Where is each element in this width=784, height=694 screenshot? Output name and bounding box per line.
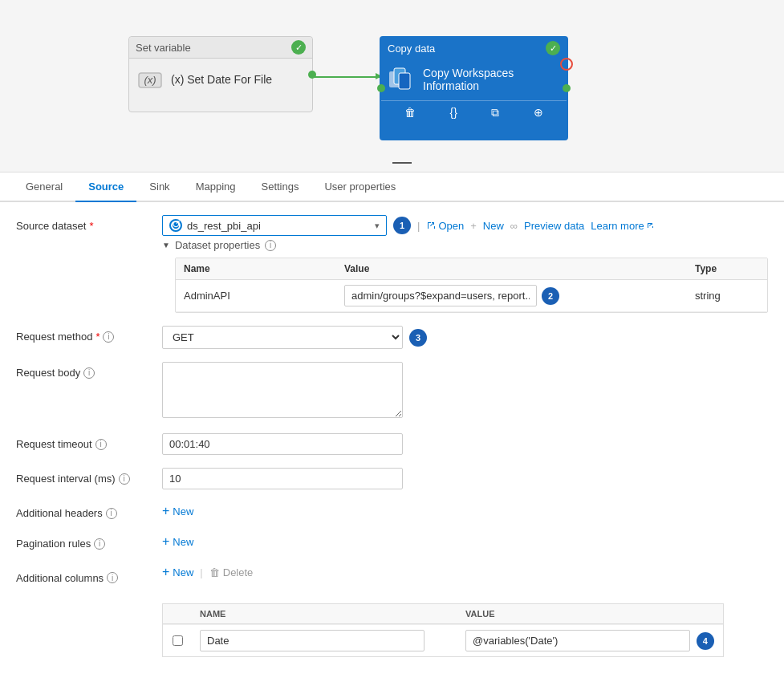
external-link-icon <box>646 221 654 229</box>
tab-sink[interactable]: Sink <box>136 172 182 202</box>
info-icon-additional-columns[interactable]: i <box>107 572 118 583</box>
tab-settings[interactable]: Settings <box>249 172 312 202</box>
red-circle-indicator <box>560 58 573 71</box>
additional-columns-row: Additional columns i + New | 🗑 Delete <box>16 563 768 657</box>
copy-icon[interactable]: ⧉ <box>491 106 499 120</box>
info-icon-request-timeout[interactable]: i <box>95 439 107 450</box>
tab-user-properties[interactable]: User properties <box>311 172 408 202</box>
additional-headers-label: Additional headers i <box>16 502 152 519</box>
props-col-type: Type <box>687 258 767 279</box>
open-icon <box>426 221 436 230</box>
node-set-variable-header: Set variable ✓ <box>129 37 312 59</box>
new-link[interactable]: New <box>483 220 504 232</box>
tab-source[interactable]: Source <box>75 172 136 202</box>
required-marker: * <box>89 220 93 232</box>
plus-icon-columns: + <box>162 565 169 579</box>
canvas-divider <box>392 162 412 164</box>
request-method-label: Request method * i <box>16 326 152 343</box>
props-col-value: Value <box>336 258 687 279</box>
source-dataset-label: Source dataset * <box>16 215 152 232</box>
info-icon-pagination[interactable]: i <box>94 538 105 550</box>
code-icon[interactable]: {} <box>450 106 457 120</box>
plus-icon-pagination: + <box>162 534 169 549</box>
additional-columns-table: NAME VALUE 4 <box>162 603 724 657</box>
info-icon-request-method[interactable]: i <box>103 331 114 343</box>
info-icon-request-body[interactable]: i <box>83 367 95 379</box>
request-interval-input[interactable] <box>162 468 403 489</box>
open-link[interactable]: Open <box>426 220 464 232</box>
request-method-control: GET POST PUT DELETE PATCH 3 <box>162 326 768 349</box>
props-cell-type-1: string <box>687 285 767 306</box>
source-dataset-control: ↺ ds_rest_pbi_api ▾ 1 | Open + New ∞ <box>162 215 768 313</box>
request-method-select[interactable]: GET POST PUT DELETE PATCH <box>162 326 403 349</box>
left-connector-copy <box>377 84 385 92</box>
request-interval-label: Request interval (ms) i <box>16 468 152 485</box>
learn-more-link[interactable]: Learn more <box>591 220 653 232</box>
node-copy-footer[interactable]: 🗑 {} ⧉ ⊕ <box>381 100 567 124</box>
check-badge-copy: ✓ <box>546 41 560 55</box>
trash-icon-columns: 🗑 <box>209 566 220 578</box>
props-thead: Name Value Type <box>176 258 767 280</box>
request-timeout-label: Request timeout i <box>16 433 152 450</box>
svg-text:(x): (x) <box>144 74 156 86</box>
props-value-input-1[interactable] <box>344 285 537 306</box>
props-cell-value-1: 2 <box>336 280 687 311</box>
request-body-textarea[interactable] <box>162 362 403 418</box>
node-copy-body: Copy Workspaces Information <box>381 59 567 100</box>
info-icon-request-interval[interactable]: i <box>119 473 130 485</box>
step-badge-1: 1 <box>393 217 411 234</box>
request-interval-control <box>162 468 768 489</box>
request-timeout-input[interactable] <box>162 433 403 455</box>
tab-mapping[interactable]: Mapping <box>183 172 249 202</box>
request-body-label: Request body i <box>16 362 152 379</box>
pipeline-canvas: Set variable ✓ (x) (x) Set Date For File… <box>0 0 784 172</box>
set-variable-icon: (x) <box>136 65 165 94</box>
props-row-1: AdminAPI 2 string <box>176 280 767 312</box>
step-badge-3: 3 <box>409 329 427 347</box>
col-checkbox-1[interactable] <box>173 635 183 646</box>
props-col-name: Name <box>176 258 336 279</box>
request-timeout-control <box>162 433 768 455</box>
node-set-variable-label: Set variable <box>136 42 191 54</box>
dataset-select[interactable]: ↺ ds_rest_pbi_api ▾ <box>162 215 387 236</box>
pagination-rules-row: Pagination rules i + New <box>16 533 768 550</box>
delete-column-button[interactable]: 🗑 Delete <box>209 566 254 578</box>
request-timeout-row: Request timeout i <box>16 433 768 455</box>
col-name-cell <box>192 625 457 656</box>
add-column-button[interactable]: + New <box>162 563 193 581</box>
info-icon-additional-headers[interactable]: i <box>106 508 117 519</box>
col-name-input-1[interactable] <box>200 630 424 651</box>
source-dataset-row: Source dataset * ↺ ds_rest_pbi_api ▾ 1 | <box>16 215 768 313</box>
preview-data-link[interactable]: Preview data <box>524 220 584 232</box>
col-thead-checkbox <box>163 604 192 623</box>
tab-general[interactable]: General <box>13 172 75 202</box>
dataset-name: ds_rest_pbi_api <box>187 220 370 232</box>
col-thead-value: VALUE <box>457 604 723 623</box>
props-cell-name-1: AdminAPI <box>176 285 336 306</box>
copy-data-icon <box>388 65 416 94</box>
add-header-button[interactable]: + New <box>162 502 768 520</box>
navigate-icon[interactable]: ⊕ <box>534 106 543 120</box>
request-body-control <box>162 362 768 420</box>
columns-header: + New | 🗑 Delete <box>162 563 253 581</box>
dataset-properties: ▼ Dataset properties i Name Value Type A… <box>162 239 768 313</box>
dataset-props-header: ▼ Dataset properties i <box>162 239 768 251</box>
col-checkbox-cell <box>163 631 192 651</box>
collapse-triangle[interactable]: ▼ <box>162 241 170 250</box>
pagination-rules-control: + New <box>162 533 768 550</box>
trash-icon[interactable]: 🗑 <box>404 106 416 120</box>
check-badge-set-variable: ✓ <box>291 40 306 55</box>
additional-headers-row: Additional headers i + New <box>16 502 768 520</box>
step-badge-2: 2 <box>542 287 559 305</box>
svg-rect-4 <box>399 73 410 89</box>
chevron-down-icon: ▾ <box>375 221 380 231</box>
tabs-bar: General Source Sink Mapping Settings Use… <box>0 172 784 202</box>
pagination-rules-label: Pagination rules i <box>16 533 152 550</box>
info-icon-dataset-props[interactable]: i <box>265 240 276 251</box>
copy-data-node[interactable]: Copy data ✓ Copy Workspaces Information … <box>380 36 568 140</box>
set-variable-node[interactable]: Set variable ✓ (x) (x) Set Date For File <box>128 36 313 112</box>
props-table: Name Value Type AdminAPI 2 string <box>175 258 768 313</box>
col-value-input-1[interactable] <box>465 630 690 651</box>
add-pagination-button[interactable]: + New <box>162 533 768 550</box>
col-thead: NAME VALUE <box>163 604 723 624</box>
